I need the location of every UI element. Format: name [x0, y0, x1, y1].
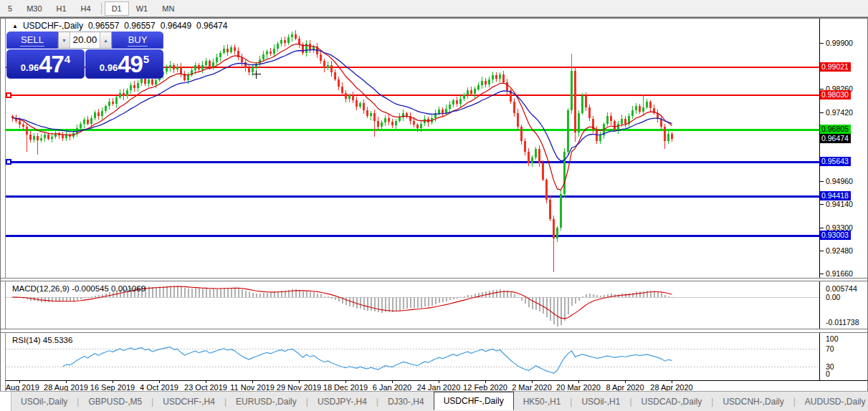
price-chart-area[interactable]: ▲ USDCHF-,Daily 0.96557 0.96557 0.96449 …: [5, 19, 819, 278]
buy-button[interactable]: BUY: [112, 32, 163, 49]
macd-axis-label: -0.011738: [826, 318, 859, 327]
sell-price-point: 4: [65, 53, 70, 65]
symbol-direction-icon: ▲: [12, 23, 18, 29]
timeframe-button-5[interactable]: 5: [1, 1, 19, 16]
axis-tick: [820, 274, 824, 274]
axis-tick: [820, 89, 824, 90]
one-click-trade-panel: SELL ▼ 20.00 ▲ BUY 0.96474 0.96: [6, 32, 163, 79]
macd-axis[interactable]: 0.0057440.00-0.011738: [819, 281, 867, 329]
timeframe-button-h1[interactable]: H1: [49, 1, 74, 16]
sell-price-prefix: 0.96: [21, 62, 39, 73]
price-tick-label: 0.99900: [826, 39, 853, 47]
ohlc-low: 0.96449: [161, 21, 191, 31]
macd-pane-row: MACD(12,26,9) -0.000545 0.001069 0.00574…: [1, 281, 867, 329]
chart-tab-gbpusd-m5[interactable]: GBPUSD-,M5: [79, 392, 151, 411]
chart-tab-hk50-h1[interactable]: HK50-,H1: [514, 392, 571, 411]
macd-chart-area[interactable]: MACD(12,26,9) -0.000545 0.001069: [5, 281, 819, 329]
chart-tab-audusd-daily[interactable]: AUDUSD-,Daily: [796, 392, 868, 411]
rsi-axis-label: 100: [826, 334, 839, 343]
trading-terminal: 5M30H1H4D1W1MN ▲ USDCHF-,Daily 0.96557 0…: [0, 0, 868, 411]
volume-spinner: ▼ 20.00 ▲: [58, 32, 112, 49]
rsi-label: RSI(14) 45.5336: [12, 336, 72, 344]
timeframe-button-h4[interactable]: H4: [74, 1, 98, 16]
macd-label: MACD(12,26,9) -0.000545 0.001069: [12, 284, 146, 293]
ohlc-header: ▲ USDCHF-,Daily 0.96557 0.96557 0.96449 …: [12, 21, 227, 31]
chart-tab-eurusd-daily[interactable]: EURUSD-,Daily: [226, 392, 306, 411]
chart-window: ▲ USDCHF-,Daily 0.96557 0.96557 0.96449 …: [0, 17, 868, 392]
volume-increase-button[interactable]: ▲: [100, 32, 111, 48]
axis-tick: [820, 204, 824, 205]
axis-tick: [820, 181, 824, 182]
tabbar-corner: [0, 392, 11, 411]
axis-tick: [820, 112, 824, 113]
buy-price-point: 5: [143, 53, 149, 65]
price-tick-label: 0.91660: [826, 269, 853, 278]
price-level-badge: 0.98030: [820, 90, 851, 100]
sell-button[interactable]: SELL: [6, 32, 58, 49]
chart-tab-usdjpy-h4[interactable]: USDJPY-,H4: [308, 392, 376, 411]
volume-input[interactable]: 20.00: [70, 32, 100, 48]
toolbar-separator: [101, 3, 102, 14]
buy-price-prefix: 0.96: [100, 62, 118, 73]
timeframe-button-m30[interactable]: M30: [19, 1, 49, 16]
chart-tab-usdcad-daily[interactable]: USDCAD-,Daily: [632, 392, 712, 411]
sell-price-pips: 47: [39, 52, 64, 77]
macd-axis-label: 0.005744: [826, 284, 857, 293]
rsi-axis-label: 0: [826, 369, 830, 378]
ohlc-open: 0.96557: [88, 21, 119, 31]
axis-tick: [820, 43, 824, 44]
price-level-badge: 0.96474: [820, 134, 851, 143]
timeframe-button-mn[interactable]: MN: [155, 1, 181, 16]
rsi-axis-label: 70: [826, 344, 834, 353]
chart-tab-usdcnh-daily[interactable]: USDCNH-,Daily: [713, 392, 793, 411]
chart-tab-usdchf-daily[interactable]: USDCHF-,Daily: [434, 392, 514, 410]
ohlc-high: 0.96557: [124, 21, 155, 31]
volume-decrease-button[interactable]: ▼: [59, 32, 70, 48]
axis-tick: [820, 251, 824, 251]
chart-tab-usdchf-h4[interactable]: USDCHF-,H4: [153, 392, 224, 411]
price-level-badge: 0.99021: [820, 62, 851, 72]
rsi-pane-row: RSI(14) 45.5336 10070300: [1, 333, 867, 380]
chart-symbol-title: USDCHF-,Daily: [23, 21, 83, 31]
axis-tick: [820, 228, 824, 228]
sell-price-display[interactable]: 0.96474: [6, 49, 85, 79]
rsi-axis[interactable]: 10070300: [819, 333, 867, 380]
macd-axis-label: 0.00: [826, 293, 840, 301]
price-level-badge: 0.96805: [820, 125, 851, 134]
timeframe-button-w1[interactable]: W1: [129, 1, 156, 16]
ohlc-close: 0.96474: [196, 21, 227, 31]
price-level-badge: 0.93003: [820, 231, 851, 240]
timeframe-toolbar: 5M30H1H4D1W1MN: [0, 0, 868, 17]
timeframe-button-d1[interactable]: D1: [105, 1, 129, 16]
price-axis[interactable]: 0.999000.982600.974200.949600.941400.933…: [819, 19, 867, 278]
buy-price-pips: 49: [118, 52, 143, 77]
chart-tab-dj30-h4[interactable]: DJ30-,H4: [378, 392, 434, 411]
chart-tab-usoil-h1[interactable]: USOil-,H1: [572, 392, 629, 411]
buy-price-display[interactable]: 0.96495: [85, 49, 163, 79]
price-tick-label: 0.94140: [826, 200, 853, 208]
chart-tab-usoil-daily[interactable]: USOil-,Daily: [11, 392, 77, 411]
price-tick-label: 0.94960: [826, 177, 853, 185]
price-tick-label: 0.97420: [826, 108, 853, 117]
price-level-badge: 0.95643: [820, 157, 851, 166]
rsi-indicator-chart[interactable]: [6, 333, 819, 380]
rsi-chart-area[interactable]: RSI(14) 45.5336: [5, 333, 819, 380]
price-tick-label: 0.92480: [826, 246, 853, 255]
symbol-tab-bar: USOil-,Daily|GBPUSD-,M5|USDCHF-,H4|EURUS…: [0, 391, 868, 411]
price-level-badge: 0.94418: [820, 191, 851, 200]
price-pane-row: ▲ USDCHF-,Daily 0.96557 0.96557 0.96449 …: [1, 19, 867, 278]
